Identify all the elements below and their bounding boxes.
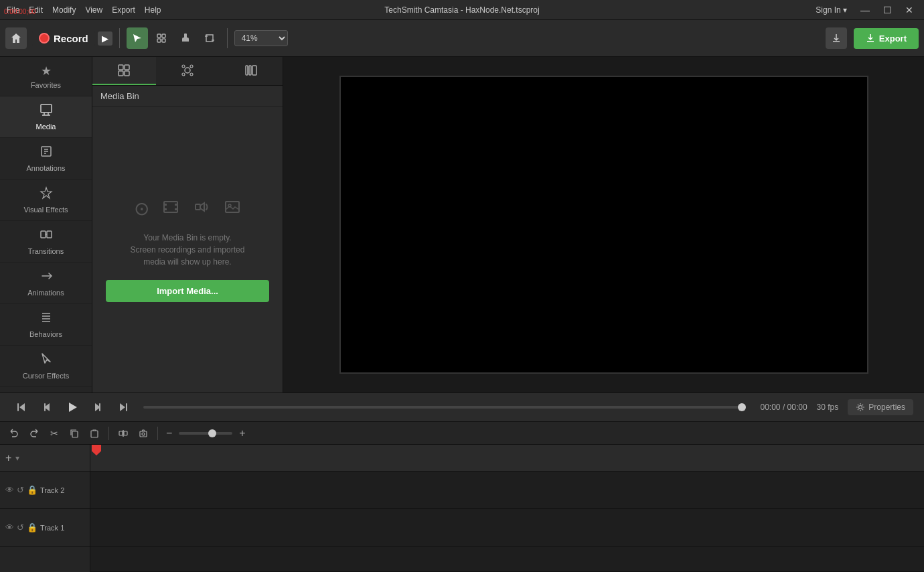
menu-export[interactable]: Export: [112, 5, 135, 15]
image-media-icon: [223, 198, 242, 221]
sidebar-item-cursor-effects[interactable]: Cursor Effects: [0, 346, 92, 387]
zoom-out-button[interactable]: −: [163, 426, 175, 441]
svg-rect-38: [164, 202, 177, 212]
canvas-preview: [339, 76, 868, 374]
progress-thumb[interactable]: [738, 403, 746, 411]
svg-rect-40: [164, 208, 167, 210]
skip-forward-button[interactable]: [112, 397, 134, 418]
track-2-lock-icon[interactable]: 🔒: [27, 485, 37, 495]
zoom-slider[interactable]: [179, 432, 232, 435]
svg-point-30: [185, 68, 190, 73]
timeline-area: ✂: [0, 422, 924, 572]
maximize-button[interactable]: ☐: [879, 3, 896, 17]
paste-button[interactable]: [86, 425, 103, 442]
split-button[interactable]: [114, 425, 132, 442]
favorites-icon: ★: [41, 64, 52, 78]
annotations-icon: [40, 145, 53, 161]
sidebar-item-media[interactable]: Media: [0, 96, 92, 138]
panel-title: Media Bin: [92, 86, 283, 107]
empty-line-3: media will show up here.: [143, 257, 231, 267]
export-button[interactable]: Export: [854, 28, 919, 49]
record-arrow[interactable]: ▶: [98, 31, 112, 46]
svg-point-34: [190, 73, 193, 76]
cut-button[interactable]: ✂: [46, 425, 63, 442]
sidebar-item-transitions[interactable]: Transitions: [0, 221, 92, 263]
copy-button[interactable]: [66, 425, 83, 442]
record-button[interactable]: Record: [32, 30, 95, 47]
preview-area: [283, 57, 924, 392]
snapshot-button[interactable]: [135, 425, 152, 442]
ruler-label-7: 0:01:10;00: [674, 470, 703, 472]
redo-button[interactable]: [25, 425, 43, 442]
svg-rect-43: [196, 204, 200, 210]
track-1-label-row: 👁 ↺ 🔒 Track 1: [0, 509, 90, 547]
crop-tool[interactable]: [199, 27, 220, 49]
step-back-button[interactable]: [36, 397, 58, 418]
sidebar-item-animations[interactable]: Animations: [0, 263, 92, 304]
svg-rect-42: [175, 208, 177, 210]
track-1-eye-icon[interactable]: 👁: [5, 522, 14, 532]
track-2-undo-icon[interactable]: ↺: [17, 485, 24, 495]
media-icon: [40, 103, 53, 120]
select-tool[interactable]: [151, 27, 172, 49]
menu-view[interactable]: View: [85, 5, 102, 15]
svg-rect-28: [119, 71, 123, 76]
playhead[interactable]: [92, 445, 101, 455]
svg-rect-47: [44, 403, 46, 411]
download-button[interactable]: [826, 27, 847, 49]
svg-rect-51: [72, 431, 78, 437]
track-extra-row[interactable]: [90, 547, 924, 572]
track-1-undo-icon[interactable]: ↺: [17, 522, 24, 532]
properties-button[interactable]: Properties: [848, 399, 913, 415]
timeline-ruler[interactable]: 0:00:00;000:00:10;000:00:20;000:00:30;00…: [90, 445, 924, 472]
sidebar-item-favorites[interactable]: ★ Favorites: [0, 57, 92, 96]
zoom-in-button[interactable]: +: [236, 426, 248, 441]
hand-tool[interactable]: [175, 27, 196, 49]
timeline-content: + ▾ 👁 ↺ 🔒 Track 2 👁 ↺ 🔒 Track 1 0:00:00;: [0, 445, 924, 572]
step-forward-button[interactable]: [87, 397, 108, 418]
ruler-label-8: 0:01:20;00: [757, 470, 786, 472]
track-2-row[interactable]: [90, 472, 924, 509]
track-1-row[interactable]: [90, 509, 924, 547]
close-button[interactable]: ✕: [901, 3, 917, 17]
track-2-label: Track 2: [40, 486, 64, 494]
skip-back-button[interactable]: [11, 397, 32, 418]
progress-track[interactable]: [143, 406, 746, 409]
panel-tab-library[interactable]: [219, 57, 283, 85]
undo-button[interactable]: [5, 425, 23, 442]
svg-rect-44: [226, 202, 239, 212]
ruler-label-2: 0:00:20;00: [257, 470, 286, 472]
svg-rect-7: [41, 104, 52, 113]
empty-message: Your Media Bin is empty. Screen recordin…: [131, 232, 245, 268]
play-button[interactable]: [62, 397, 83, 418]
sidebar-item-visual-effects[interactable]: Visual Effects: [0, 180, 92, 221]
sidebar-label-media: Media: [36, 123, 56, 131]
ruler-label-9: 0:01:30;00: [841, 470, 870, 472]
sidebar-item-annotations[interactable]: Annotations: [0, 138, 92, 180]
track-1-lock-icon[interactable]: 🔒: [27, 522, 37, 532]
import-media-button[interactable]: Import Media...: [106, 280, 269, 302]
track-2-eye-icon[interactable]: 👁: [5, 485, 14, 495]
pointer-tool[interactable]: [127, 27, 148, 49]
sidebar-item-audio-effects[interactable]: Audio Effects: [0, 387, 92, 392]
svg-rect-48: [99, 403, 100, 411]
zoom-handle[interactable]: [208, 429, 216, 437]
zoom-select[interactable]: 41% 25% 50% 75% 100%: [234, 30, 288, 46]
svg-rect-0: [157, 34, 161, 38]
panel-tab-effects[interactable]: [156, 57, 220, 85]
sidebar-item-behaviors[interactable]: Behaviors: [0, 304, 92, 346]
panel-tab-media-bin[interactable]: [92, 57, 156, 85]
main-content: ★ Favorites Media: [0, 57, 924, 392]
add-track-button[interactable]: +: [5, 452, 11, 464]
track-header: + ▾: [0, 445, 90, 472]
minimize-button[interactable]: —: [856, 3, 874, 17]
track-expand-icon[interactable]: ▾: [15, 453, 19, 463]
film-icon: [161, 198, 180, 221]
signin-button[interactable]: Sign In ▾: [816, 5, 847, 15]
menu-modify[interactable]: Modify: [52, 5, 76, 15]
toolbar-separator-1: [119, 28, 120, 48]
animations-icon: [40, 269, 53, 286]
home-button[interactable]: [5, 27, 27, 49]
timeline-toolbar: ✂: [0, 422, 924, 445]
menu-help[interactable]: Help: [145, 5, 161, 15]
